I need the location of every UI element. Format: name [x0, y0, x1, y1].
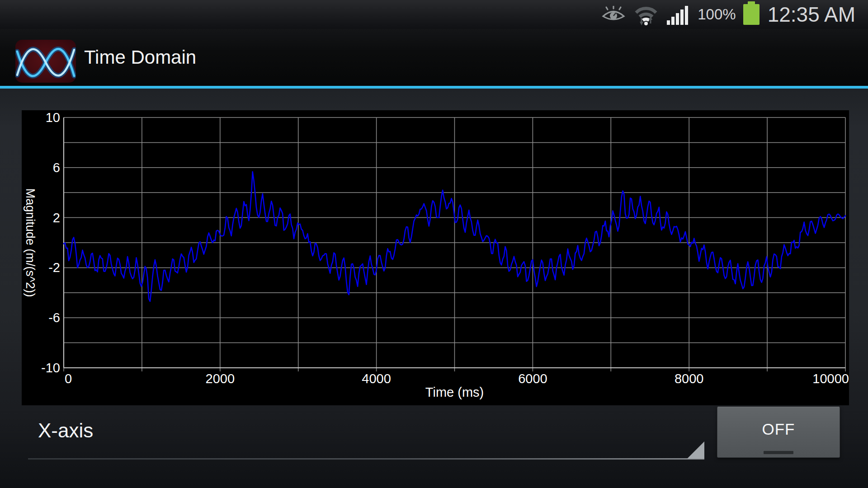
svg-text:-2: -2 — [48, 260, 60, 275]
svg-text:10000: 10000 — [812, 371, 849, 386]
wifi-data-arrows-icon — [633, 4, 659, 25]
chart-canvas[interactable]: 1062-2-6-100200040006000800010000Time (m… — [22, 110, 849, 405]
svg-text:8000: 8000 — [675, 371, 704, 386]
svg-text:6000: 6000 — [518, 371, 547, 386]
sensor-toggle-button[interactable]: OFF — [717, 407, 840, 458]
toggle-label: OFF — [762, 420, 795, 438]
dropdown-caret-icon — [687, 441, 704, 460]
spinner-underline — [28, 458, 704, 460]
battery-percent-label: 100% — [698, 6, 736, 23]
sine-waves-logo-icon — [15, 40, 76, 83]
svg-text:-10: -10 — [41, 361, 60, 375]
svg-text:0: 0 — [65, 371, 72, 386]
svg-text:10: 10 — [46, 110, 60, 125]
spinner-selected-value: X-axis — [38, 419, 93, 442]
svg-text:2000: 2000 — [206, 371, 235, 386]
svg-text:4000: 4000 — [362, 371, 391, 386]
svg-text:Time (ms): Time (ms) — [425, 385, 484, 399]
status-bar: 100% 12:35 AM — [0, 0, 868, 29]
svg-text:6: 6 — [53, 160, 60, 175]
smart-stay-eye-icon — [602, 6, 625, 23]
x-axis-spinner[interactable] — [23, 414, 705, 461]
svg-text:2: 2 — [53, 211, 60, 225]
signal-strength-icon — [667, 4, 689, 25]
svg-text:-6: -6 — [48, 310, 60, 325]
time-domain-chart[interactable]: 1062-2-6-100200040006000800010000Time (m… — [22, 110, 849, 405]
status-clock: 12:35 AM — [768, 2, 855, 27]
page-title: Time Domain — [84, 29, 196, 86]
battery-icon — [743, 4, 760, 25]
svg-text:Magnitude (m/(s^2)): Magnitude (m/(s^2)) — [24, 188, 37, 297]
toggle-state-indicator — [764, 451, 793, 454]
